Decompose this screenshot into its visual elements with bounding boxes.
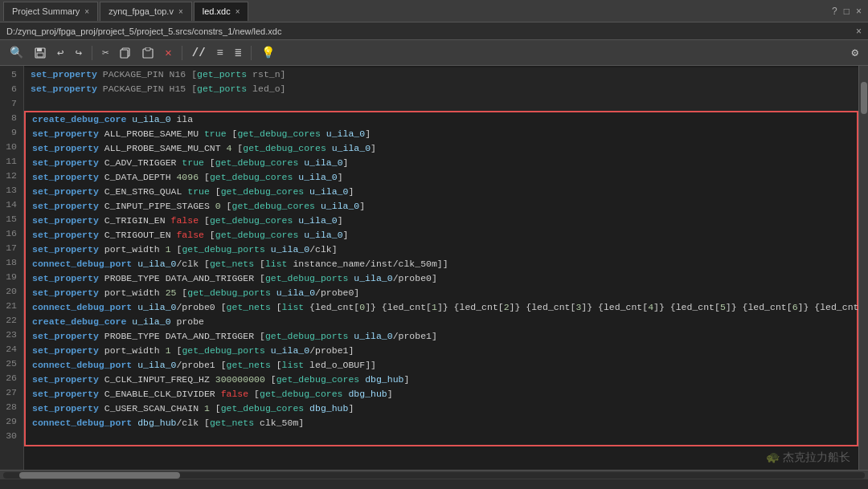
tab-zynq[interactable]: zynq_fpga_top.v × (100, 2, 192, 21)
settings-icon[interactable]: ⚙ (849, 44, 862, 61)
code-line-highlighted: set_property C_INPUT_PIPE_STAGES 0 [get_… (26, 199, 857, 214)
watermark: 🐢 杰克拉力船长 (766, 450, 850, 465)
tab-label-project-summary: Project Summary (12, 6, 80, 16)
copy-icon[interactable] (117, 46, 134, 60)
comment-icon[interactable]: // (189, 45, 209, 61)
code-line-highlighted: create_debug_core u_ila_0 ila (26, 112, 857, 127)
code-line-highlighted: set_property C_TRIGOUT_EN false [get_deb… (26, 228, 857, 242)
code-line-highlighted: create_debug_core u_ila_0 probe (26, 315, 857, 329)
code-line-highlighted: set_property C_EN_STRG_QUAL true [get_de… (26, 185, 857, 199)
scrollbar-right[interactable] (858, 66, 868, 470)
code-line-highlighted: set_property ALL_PROBE_SAME_MU_CNT 4 [ge… (26, 141, 857, 156)
code-line-highlighted: set_property C_TRIGIN_EN false [get_debu… (26, 214, 857, 228)
code-line-highlighted: set_property ALL_PROBE_SAME_MU true [get… (26, 127, 857, 141)
code-line-highlighted: set_property PROBE_TYPE DATA_AND_TRIGGER… (26, 329, 857, 344)
toolbar: 🔍 ↩ ↪ ✂ ✕ // ≡ ≣ 💡 ⚙ (0, 40, 868, 66)
search-icon[interactable]: 🔍 (6, 44, 27, 61)
editor-area: 5678910111213141516171819202122232425262… (0, 66, 868, 470)
toolbar-separator-3 (251, 46, 252, 60)
path-close-icon[interactable]: × (856, 26, 862, 37)
delete-icon[interactable]: ✕ (162, 44, 174, 61)
maximize-icon[interactable]: □ (844, 6, 850, 17)
code-line-highlighted: set_property C_ENABLE_CLK_DIVIDER false … (26, 387, 857, 401)
code-line-highlighted: connect_debug_port u_ila_0/probe1 [get_n… (26, 358, 857, 373)
code-line-highlighted: connect_debug_port dbg_hub/clk [get_nets… (26, 416, 857, 430)
code-line-highlighted: set_property C_ADV_TRIGGER true [get_deb… (26, 156, 857, 170)
window-controls: ? □ × (832, 6, 865, 17)
help-icon[interactable]: ? (832, 6, 837, 17)
scrollbar-thumb[interactable] (861, 82, 867, 114)
code-line-highlighted: set_property C_USER_SCAN_CHAIN 1 [get_de… (26, 401, 857, 416)
code-line-highlighted: set_property C_DATA_DEPTH 4096 [get_debu… (26, 170, 857, 185)
toolbar-separator-1 (92, 46, 92, 60)
code-line-highlighted: connect_debug_port u_ila_0/probe0 [get_n… (26, 300, 857, 315)
unindent-icon[interactable]: ≣ (231, 44, 244, 61)
tab-close-led-xdc[interactable]: × (235, 7, 240, 16)
undo-icon[interactable]: ↩ (54, 44, 67, 61)
title-bar: Project Summary × zynq_fpga_top.v × led.… (0, 0, 868, 22)
indent-icon[interactable]: ≡ (214, 45, 227, 61)
code-line-highlighted: set_property port_width 1 [get_debug_por… (26, 242, 857, 257)
code-line-highlighted: set_property port_width 1 [get_debug_por… (26, 344, 857, 358)
line-numbers: 5678910111213141516171819202122232425262… (0, 66, 24, 470)
file-path: D:/zynq_proj/fpga_proj/project_5/project… (6, 26, 281, 36)
tab-label-led-xdc: led.xdc (203, 6, 231, 16)
code-line-highlighted (26, 430, 857, 445)
horizontal-scrollbar[interactable] (3, 472, 865, 479)
lightbulb-icon[interactable]: 💡 (258, 44, 278, 61)
code-line-highlighted: set_property C_CLK_INPUT_FREQ_HZ 3000000… (26, 373, 857, 387)
toolbar-separator-2 (182, 46, 182, 60)
bottom-bar (0, 470, 868, 479)
code-line (24, 96, 858, 111)
editor-wrapper: 5678910111213141516171819202122232425262… (0, 66, 868, 470)
paste-icon[interactable] (139, 46, 157, 60)
svg-rect-1 (37, 48, 42, 51)
tab-close-zynq[interactable]: × (178, 7, 183, 16)
highlighted-region: create_debug_core u_ila_0 ilaset_propert… (24, 111, 858, 446)
redo-icon[interactable]: ↪ (72, 44, 84, 61)
code-line-highlighted: set_property port_width 25 [get_debug_po… (26, 286, 857, 300)
tab-led-xdc[interactable]: led.xdc × (194, 2, 249, 21)
code-line-highlighted: connect_debug_port u_ila_0/clk [get_nets… (26, 257, 857, 271)
code-line-highlighted: set_property PROBE_TYPE DATA_AND_TRIGGER… (26, 271, 857, 286)
svg-rect-6 (145, 47, 150, 51)
save-icon[interactable] (31, 46, 49, 60)
horizontal-scrollbar-thumb[interactable] (19, 472, 180, 479)
cut-icon[interactable]: ✂ (99, 44, 112, 61)
svg-rect-4 (121, 50, 128, 58)
svg-rect-2 (37, 53, 43, 57)
tab-label-zynq: zynq_fpga_top.v (108, 6, 174, 16)
window-close-icon[interactable]: × (856, 6, 862, 17)
tab-project-summary[interactable]: Project Summary × (3, 2, 98, 21)
path-bar: D:/zynq_proj/fpga_proj/project_5/project… (0, 22, 868, 40)
code-line: set_property PACKAGE_PIN H15 [get_ports … (24, 82, 858, 96)
code-line: set_property PACKAGE_PIN N16 [get_ports … (24, 67, 858, 82)
code-content[interactable]: set_property PACKAGE_PIN N16 [get_ports … (24, 66, 858, 470)
tab-close-project-summary[interactable]: × (84, 7, 89, 16)
